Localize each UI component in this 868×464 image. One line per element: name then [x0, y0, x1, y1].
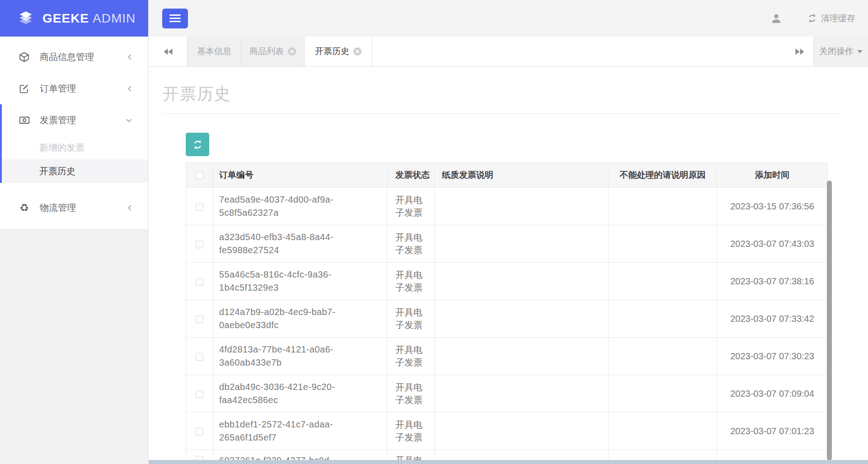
row-checkbox-cell: [186, 225, 213, 263]
order-id-text: 55a46c5a-816c-4cfc-9a36-1b4c5f1329e3: [219, 268, 375, 294]
close-operations-label: 关闭操作: [819, 46, 854, 57]
added-time-cell: 2023-03-07 07:43:03: [717, 225, 828, 263]
tab-scroll-left-button[interactable]: [149, 37, 187, 66]
title-divider: [163, 113, 842, 114]
table-body: 7ead5a9e-4037-4d00-af9a-5c8f5a62327a 开具电…: [186, 188, 828, 464]
main-content: 开票历史 订单编号 发票状态 纸质发票说明 不能处理的请说明原因: [149, 67, 868, 464]
column-header-reason: 不能处理的请说明原因: [609, 163, 717, 188]
reason-cell: [609, 413, 717, 450]
chevron-down-icon: [126, 117, 132, 123]
order-id-text: d124a7b9-a02b-4ec9-bab7-0aebe0e33dfc: [219, 306, 375, 332]
invoice-status-text: 开具电子发票: [395, 381, 426, 406]
header-checkbox-cell: [186, 163, 213, 188]
sidebar-item-order-management[interactable]: 订单管理: [0, 73, 148, 104]
reason-cell: [609, 225, 717, 263]
invoice-status-text: 开具电子发票: [395, 269, 426, 294]
sidebar-item-label: 发票管理: [40, 114, 126, 126]
table-row: d124a7b9-a02b-4ec9-bab7-0aebe0e33dfc 开具电…: [186, 300, 828, 338]
row-checkbox-cell: [186, 188, 213, 225]
tab-scroll-right-button[interactable]: [786, 37, 813, 66]
app-title: GEEKEADMIN: [42, 11, 136, 26]
row-checkbox-cell: [186, 413, 213, 450]
order-id-cell: 4fd2813a-77be-4121-a0a6-3a60ab433e7b: [213, 338, 387, 375]
invoice-status-cell: 开具电子发票: [387, 300, 435, 338]
order-id-text: 7ead5a9e-4037-4d00-af9a-5c8f5a62327a: [219, 193, 375, 219]
sidebar-item-invoice-management[interactable]: 发票管理: [0, 104, 148, 136]
added-time-cell: 2023-03-07 07:33:42: [717, 300, 828, 338]
sidebar-group-invoice: 发票管理 新增的发票 开票历史: [0, 104, 148, 183]
tab-bar-spacer: [372, 37, 786, 66]
row-checkbox[interactable]: [196, 203, 203, 211]
sync-icon: [192, 139, 203, 150]
sidebar-subitem-invoice-history[interactable]: 开票历史: [0, 159, 148, 183]
invoice-status-text: 开具电子发票: [395, 194, 426, 219]
invoice-status-text: 开具电子发票: [395, 231, 426, 256]
table-header-row: 订单编号 发票状态 纸质发票说明 不能处理的请说明原因 添加时间: [186, 163, 828, 188]
row-checkbox[interactable]: [196, 390, 203, 398]
paper-note-cell: [435, 225, 609, 263]
sidebar-subitem-label: 开票历史: [39, 165, 75, 177]
row-checkbox-cell: [186, 300, 213, 338]
tab-label: 商品列表: [249, 46, 284, 57]
clear-cache-button[interactable]: 清理缓存: [807, 13, 855, 24]
edit-icon: [18, 83, 30, 94]
paper-note-cell: [435, 413, 609, 450]
close-icon[interactable]: [288, 47, 296, 56]
invoice-status-cell: 开具电子发票: [387, 375, 435, 413]
sidebar-item-label: 订单管理: [40, 83, 127, 95]
sidebar-item-label: 商品信息管理: [40, 51, 127, 63]
close-icon[interactable]: [353, 47, 361, 56]
select-all-checkbox[interactable]: [196, 172, 203, 179]
order-id-cell: d124a7b9-a02b-4ec9-bab7-0aebe0e33dfc: [213, 300, 387, 338]
page-title: 开票历史: [163, 83, 231, 105]
order-id-cell: ebb1def1-2572-41c7-adaa-265a6f1d5ef7: [213, 413, 387, 450]
app-title-bold: GEEKE: [42, 11, 89, 25]
user-menu-button[interactable]: [770, 13, 782, 24]
row-checkbox[interactable]: [196, 241, 203, 248]
user-icon: [770, 13, 782, 24]
invoice-status-cell: 开具电子发票: [387, 413, 435, 450]
order-id-text: a323d540-efb3-45a8-8a44-fe5988e27524: [219, 231, 375, 257]
tab-product-list[interactable]: 商品列表: [241, 37, 305, 66]
reason-cell: [609, 188, 717, 225]
app-title-light: ADMIN: [93, 11, 136, 25]
order-id-cell: db2ab49c-3036-421e-9c20-faa42ec586ec: [213, 375, 387, 413]
top-bar: 清理缓存: [148, 0, 868, 37]
horizontal-scrollbar[interactable]: [149, 460, 868, 464]
tab-basic-info[interactable]: 基本信息: [187, 37, 241, 66]
tab-bar: 基本信息 商品列表 开票历史 关闭操作: [149, 37, 868, 67]
close-operations-dropdown[interactable]: 关闭操作: [813, 37, 868, 66]
table-row: 55a46c5a-816c-4cfc-9a36-1b4c5f1329e3 开具电…: [186, 263, 828, 300]
vertical-scrollbar[interactable]: [827, 181, 832, 460]
row-checkbox[interactable]: [196, 353, 203, 361]
row-checkbox[interactable]: [196, 316, 203, 323]
added-time-cell: 2023-03-15 07:36:56: [717, 188, 828, 225]
column-header-added-time: 添加时间: [717, 163, 828, 188]
tab-invoice-history[interactable]: 开票历史: [305, 37, 372, 66]
refresh-table-button[interactable]: [186, 133, 209, 156]
sidebar-menu: 商品信息管理 订单管理: [0, 37, 148, 229]
cube-icon: [18, 51, 30, 63]
order-id-cell: a323d540-efb3-45a8-8a44-fe5988e27524: [213, 225, 387, 263]
added-time-cell: 2023-03-07 07:09:04: [717, 375, 828, 413]
hamburger-icon: [169, 14, 181, 16]
row-checkbox[interactable]: [196, 428, 203, 436]
chevron-left-icon: [127, 204, 132, 211]
added-time-cell: 2023-03-07 07:01:23: [717, 413, 828, 450]
sidebar-toggle-button[interactable]: [162, 9, 188, 28]
added-time-cell: 2023-03-07 07:30:23: [717, 338, 828, 375]
sidebar-item-product-info[interactable]: 商品信息管理: [0, 41, 148, 73]
layers-icon: [16, 9, 35, 28]
clear-cache-label: 清理缓存: [821, 13, 855, 24]
invoice-status-cell: 开具电子发票: [387, 188, 435, 225]
rewind-icon: [163, 48, 173, 56]
row-checkbox[interactable]: [196, 278, 203, 286]
column-header-paper-note: 纸质发票说明: [435, 163, 609, 188]
sidebar-item-label: 物流管理: [40, 202, 127, 214]
invoice-status-text: 开具电子发票: [395, 418, 426, 444]
order-id-cell: 7ead5a9e-4037-4d00-af9a-5c8f5a62327a: [213, 188, 387, 225]
invoice-status-cell: 开具电子发票: [387, 338, 435, 375]
sidebar-item-logistics[interactable]: ♻ 物流管理: [0, 192, 148, 223]
paper-note-cell: [435, 263, 609, 300]
sidebar-subitem-new-invoices[interactable]: 新增的发票: [0, 136, 148, 159]
